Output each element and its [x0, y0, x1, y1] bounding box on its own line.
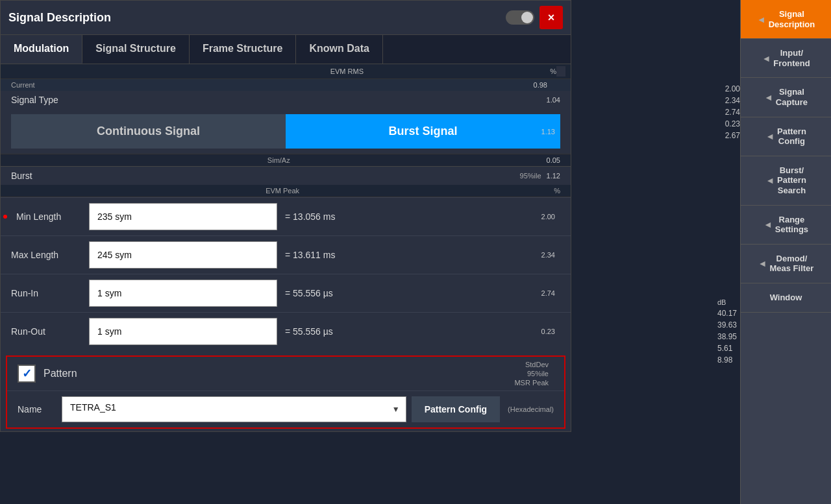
tab-modulation[interactable]: Modulation [1, 35, 82, 64]
run-out-equals: = 55.556 µs [285, 326, 369, 337]
tab-bar: Modulation Signal Structure Frame Struct… [1, 35, 571, 64]
run-in-input[interactable] [89, 280, 277, 307]
bg-val-104: 1.04 [547, 96, 560, 104]
dialog-body: EVM RMS % Current 0.98 Signal Type 1.04 … [1, 64, 571, 429]
bg-val-112: 1.12 [547, 172, 560, 180]
sidebar-label-range-settings: RangeSettings [775, 215, 808, 235]
bg-percentile2-label: 95%ile [527, 370, 549, 378]
pattern-config-button[interactable]: Pattern Config [412, 396, 500, 422]
sidebar-label-window: Window [770, 293, 802, 303]
sidebar-item-range-settings[interactable]: ◄ RangeSettings [741, 206, 831, 245]
max-length-row: Max Length = 13.611 ms 2.34 [1, 235, 571, 274]
bg-val-113: 1.13 [541, 128, 555, 136]
hex-label: (Hexadecimal) [508, 405, 554, 413]
pattern-name-dropdown-container: TETRA_S1 ▼ [62, 396, 406, 422]
continuous-signal-button[interactable]: Continuous Signal [11, 114, 286, 149]
sidebar-item-input-frontend[interactable]: ◄ Input/Frontend [741, 39, 831, 78]
sidebar-item-signal-capture[interactable]: ◄ SignalCapture [741, 78, 831, 117]
burst-signal-button[interactable]: Burst Signal [286, 114, 560, 149]
toggle-switch[interactable] [506, 10, 534, 25]
sidebar-item-window[interactable]: Window [741, 283, 831, 313]
close-button[interactable]: × [540, 6, 563, 29]
sidebar-item-demod-meas-filter[interactable]: ◄ Demod/Meas Filter [741, 245, 831, 283]
min-length-right-num: 2.00 [541, 213, 555, 221]
bg-val-098: 0.98 [534, 81, 547, 89]
tab-known-data[interactable]: Known Data [296, 35, 382, 64]
toggle-thumb [521, 12, 533, 23]
bg-current-label: Current [11, 81, 35, 89]
burst-section-label: Burst 95%ile 1.12 [1, 166, 571, 185]
sidebar-label-signal-capture: SignalCapture [776, 87, 808, 107]
run-out-row: Run-Out = 55.556 µs 0.23 [1, 312, 571, 350]
signal-type-buttons: Continuous Signal Burst Signal 1.13 [1, 109, 571, 154]
min-length-input[interactable] [89, 203, 277, 230]
run-in-equals: = 55.556 µs [285, 288, 369, 298]
sidebar-arrow-input: ◄ [762, 53, 771, 64]
pattern-header: ✓ Pattern StdDev 95%ile MSR Peak [7, 357, 564, 390]
checkbox-check-icon: ✓ [22, 366, 32, 381]
max-length-equals: = 13.611 ms [285, 250, 369, 260]
right-sidebar: ◄ SignalDescription ◄ Input/Frontend ◄ S… [740, 0, 831, 504]
min-length-equals: = 13.056 ms [285, 211, 369, 222]
min-length-row: Min Length = 13.056 ms 2.00 [1, 197, 571, 235]
sidebar-arrow-signal-desc: ◄ [757, 14, 766, 25]
max-length-input[interactable] [89, 241, 277, 269]
bg-stddev-label: StdDev [525, 361, 549, 368]
sidebar-label-pattern-config: PatternConfig [777, 126, 806, 147]
pattern-checkbox[interactable]: ✓ [18, 365, 36, 383]
sidebar-arrow-pattern: ◄ [765, 131, 775, 141]
pattern-name-row: Name TETRA_S1 ▼ Pattern Config (Hexadeci… [7, 390, 564, 427]
sidebar-item-pattern-config[interactable]: ◄ PatternConfig [741, 117, 831, 156]
run-in-row: Run-In = 55.556 µs 2.74 [1, 274, 571, 312]
sidebar-arrow-burst: ◄ [765, 175, 775, 186]
sidebar-arrow-demod: ◄ [758, 258, 767, 269]
pattern-name-value[interactable]: TETRA_S1 [62, 396, 406, 422]
max-length-right-num: 2.34 [541, 251, 555, 259]
sidebar-item-signal-description[interactable]: ◄ SignalDescription [741, 0, 831, 39]
min-length-indicator [3, 215, 7, 219]
max-length-label: Max Length [11, 250, 89, 260]
title-controls: × [506, 6, 563, 29]
tab-frame-structure[interactable]: Frame Structure [190, 35, 297, 64]
sidebar-label-burst-pattern-search: Burst/PatternSearch [777, 165, 806, 196]
signal-description-dialog: Signal Description × Modulation Signal S… [0, 0, 571, 432]
run-in-right-num: 2.74 [541, 289, 555, 297]
sidebar-arrow-signal-cap: ◄ [764, 92, 773, 102]
signal-type-label: Signal Type [11, 95, 58, 105]
bg-percentile-label: 95%ile [520, 172, 541, 180]
run-in-label: Run-In [11, 288, 89, 298]
run-out-input[interactable] [89, 318, 277, 345]
bg-val-005: 0.05 [547, 156, 560, 164]
bg-evm-rms-header: EVM RMS [177, 67, 517, 75]
pattern-section: ✓ Pattern StdDev 95%ile MSR Peak Name TE… [6, 355, 565, 429]
dialog-titlebar: Signal Description × [1, 1, 571, 35]
sidebar-label-input-frontend: Input/Frontend [773, 48, 810, 68]
bg-msr-peak-label: MSR Peak [514, 379, 549, 387]
tab-signal-structure[interactable]: Signal Structure [82, 35, 190, 64]
run-out-label: Run-Out [11, 326, 89, 337]
dialog-title: Signal Description [8, 11, 111, 25]
pattern-name-label: Name [18, 404, 56, 414]
sidebar-label-signal-description: SignalDescription [769, 9, 815, 29]
run-out-right-num: 0.23 [541, 328, 555, 335]
bg-percent-header: % [517, 67, 556, 75]
sidebar-label-demod-meas-filter: Demod/Meas Filter [769, 254, 813, 274]
sidebar-item-burst-pattern-search[interactable]: ◄ Burst/PatternSearch [741, 156, 831, 206]
sidebar-arrow-range: ◄ [763, 219, 773, 230]
min-length-label: Min Length [11, 211, 89, 222]
pattern-label: Pattern [43, 368, 77, 379]
bg-percent-sign: % [554, 187, 560, 195]
bg-evm-peak-label: EVM Peak [11, 187, 554, 195]
bg-sim-label: Sim/Az [11, 156, 547, 164]
